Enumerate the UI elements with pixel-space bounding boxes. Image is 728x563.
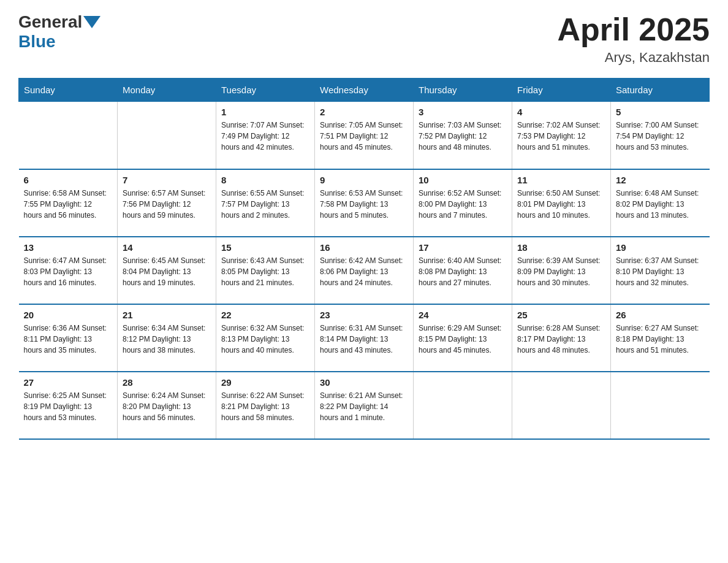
- day-info: Sunrise: 6:58 AM Sunset: 7:55 PM Dayligh…: [24, 188, 113, 221]
- day-number: 11: [517, 175, 605, 185]
- day-number: 20: [24, 310, 113, 320]
- calendar-cell: 16Sunrise: 6:42 AM Sunset: 8:06 PM Dayli…: [315, 237, 414, 304]
- day-number: 16: [320, 242, 408, 253]
- day-info: Sunrise: 6:25 AM Sunset: 8:19 PM Dayligh…: [24, 390, 113, 423]
- day-number: 22: [221, 310, 309, 320]
- calendar-cell: 23Sunrise: 6:31 AM Sunset: 8:14 PM Dayli…: [315, 304, 414, 372]
- weekday-header-tuesday: Tuesday: [216, 79, 315, 102]
- logo-blue-text: Blue: [18, 32, 56, 51]
- day-number: 25: [517, 310, 605, 320]
- day-info: Sunrise: 6:42 AM Sunset: 8:06 PM Dayligh…: [320, 255, 408, 288]
- weekday-header-friday: Friday: [512, 79, 611, 102]
- calendar-cell: 12Sunrise: 6:48 AM Sunset: 8:02 PM Dayli…: [611, 169, 710, 237]
- calendar-week-row: 27Sunrise: 6:25 AM Sunset: 8:19 PM Dayli…: [19, 372, 710, 439]
- day-number: 5: [616, 107, 705, 117]
- calendar-week-row: 6Sunrise: 6:58 AM Sunset: 7:55 PM Daylig…: [19, 169, 710, 237]
- calendar-header: SundayMondayTuesdayWednesdayThursdayFrid…: [19, 79, 710, 102]
- calendar-cell: 7Sunrise: 6:57 AM Sunset: 7:56 PM Daylig…: [118, 169, 216, 237]
- day-number: 15: [221, 242, 309, 253]
- day-number: 12: [616, 175, 705, 185]
- day-number: 21: [123, 310, 211, 320]
- weekday-header-monday: Monday: [118, 79, 216, 102]
- day-number: 26: [616, 310, 705, 320]
- calendar-cell: 21Sunrise: 6:34 AM Sunset: 8:12 PM Dayli…: [118, 304, 216, 372]
- calendar-cell: 25Sunrise: 6:28 AM Sunset: 8:17 PM Dayli…: [512, 304, 611, 372]
- calendar-cell: 22Sunrise: 6:32 AM Sunset: 8:13 PM Dayli…: [216, 304, 315, 372]
- calendar-cell: 20Sunrise: 6:36 AM Sunset: 8:11 PM Dayli…: [19, 304, 118, 372]
- day-number: 14: [123, 242, 211, 253]
- calendar-table: SundayMondayTuesdayWednesdayThursdayFrid…: [18, 78, 710, 440]
- calendar-cell: 27Sunrise: 6:25 AM Sunset: 8:19 PM Dayli…: [19, 372, 118, 439]
- calendar-week-row: 20Sunrise: 6:36 AM Sunset: 8:11 PM Dayli…: [19, 304, 710, 372]
- calendar-body: 1Sunrise: 7:07 AM Sunset: 7:49 PM Daylig…: [19, 102, 710, 439]
- day-number: 3: [419, 107, 507, 117]
- page-header: General Blue April 2025 Arys, Kazakhstan: [18, 12, 710, 66]
- calendar-cell: 28Sunrise: 6:24 AM Sunset: 8:20 PM Dayli…: [118, 372, 216, 439]
- calendar-cell: 4Sunrise: 7:02 AM Sunset: 7:53 PM Daylig…: [512, 102, 611, 169]
- calendar-cell: 29Sunrise: 6:22 AM Sunset: 8:21 PM Dayli…: [216, 372, 315, 439]
- day-number: 18: [517, 242, 605, 253]
- day-info: Sunrise: 7:05 AM Sunset: 7:51 PM Dayligh…: [320, 120, 408, 153]
- day-number: 27: [24, 377, 113, 388]
- calendar-cell: 13Sunrise: 6:47 AM Sunset: 8:03 PM Dayli…: [19, 237, 118, 304]
- calendar-cell: 30Sunrise: 6:21 AM Sunset: 8:22 PM Dayli…: [315, 372, 414, 439]
- day-number: 24: [419, 310, 507, 320]
- calendar-cell: 10Sunrise: 6:52 AM Sunset: 8:00 PM Dayli…: [414, 169, 512, 237]
- calendar-cell: 3Sunrise: 7:03 AM Sunset: 7:52 PM Daylig…: [414, 102, 512, 169]
- day-info: Sunrise: 6:57 AM Sunset: 7:56 PM Dayligh…: [123, 188, 211, 221]
- day-number: 7: [123, 175, 211, 185]
- calendar-cell: 19Sunrise: 6:37 AM Sunset: 8:10 PM Dayli…: [611, 237, 710, 304]
- day-number: 30: [320, 377, 408, 388]
- day-number: 8: [221, 175, 309, 185]
- calendar-cell: [611, 372, 710, 439]
- day-number: 9: [320, 175, 408, 185]
- day-info: Sunrise: 7:03 AM Sunset: 7:52 PM Dayligh…: [419, 120, 507, 153]
- day-number: 13: [24, 242, 113, 253]
- day-info: Sunrise: 6:53 AM Sunset: 7:58 PM Dayligh…: [320, 188, 408, 221]
- calendar-cell: 14Sunrise: 6:45 AM Sunset: 8:04 PM Dayli…: [118, 237, 216, 304]
- day-info: Sunrise: 6:28 AM Sunset: 8:17 PM Dayligh…: [517, 323, 605, 356]
- weekday-header-saturday: Saturday: [611, 79, 710, 102]
- calendar-cell: 9Sunrise: 6:53 AM Sunset: 7:58 PM Daylig…: [315, 169, 414, 237]
- day-info: Sunrise: 6:32 AM Sunset: 8:13 PM Dayligh…: [221, 323, 309, 356]
- calendar-cell: 2Sunrise: 7:05 AM Sunset: 7:51 PM Daylig…: [315, 102, 414, 169]
- calendar-cell: [19, 102, 118, 169]
- calendar-cell: 17Sunrise: 6:40 AM Sunset: 8:08 PM Dayli…: [414, 237, 512, 304]
- calendar-cell: 6Sunrise: 6:58 AM Sunset: 7:55 PM Daylig…: [19, 169, 118, 237]
- day-info: Sunrise: 7:02 AM Sunset: 7:53 PM Dayligh…: [517, 120, 605, 153]
- day-number: 1: [221, 107, 309, 117]
- day-info: Sunrise: 6:50 AM Sunset: 8:01 PM Dayligh…: [517, 188, 605, 221]
- day-info: Sunrise: 6:31 AM Sunset: 8:14 PM Dayligh…: [320, 323, 408, 356]
- calendar-cell: 8Sunrise: 6:55 AM Sunset: 7:57 PM Daylig…: [216, 169, 315, 237]
- weekday-header-thursday: Thursday: [414, 79, 512, 102]
- day-number: 19: [616, 242, 705, 253]
- calendar-cell: [118, 102, 216, 169]
- month-title: April 2025: [557, 12, 710, 47]
- day-number: 6: [24, 175, 113, 185]
- day-info: Sunrise: 6:24 AM Sunset: 8:20 PM Dayligh…: [123, 390, 211, 423]
- day-info: Sunrise: 6:39 AM Sunset: 8:09 PM Dayligh…: [517, 255, 605, 288]
- day-info: Sunrise: 6:29 AM Sunset: 8:15 PM Dayligh…: [419, 323, 507, 356]
- day-info: Sunrise: 6:45 AM Sunset: 8:04 PM Dayligh…: [123, 255, 211, 288]
- day-number: 23: [320, 310, 408, 320]
- weekday-header-sunday: Sunday: [19, 79, 118, 102]
- weekday-header-wednesday: Wednesday: [315, 79, 414, 102]
- day-info: Sunrise: 6:37 AM Sunset: 8:10 PM Dayligh…: [616, 255, 705, 288]
- day-info: Sunrise: 6:22 AM Sunset: 8:21 PM Dayligh…: [221, 390, 309, 423]
- day-info: Sunrise: 6:43 AM Sunset: 8:05 PM Dayligh…: [221, 255, 309, 288]
- title-section: April 2025 Arys, Kazakhstan: [557, 12, 710, 66]
- calendar-cell: [512, 372, 611, 439]
- day-number: 17: [419, 242, 507, 253]
- day-number: 10: [419, 175, 507, 185]
- calendar-cell: [414, 372, 512, 439]
- day-info: Sunrise: 6:36 AM Sunset: 8:11 PM Dayligh…: [24, 323, 113, 356]
- day-number: 4: [517, 107, 605, 117]
- weekday-header-row: SundayMondayTuesdayWednesdayThursdayFrid…: [19, 79, 710, 102]
- day-info: Sunrise: 7:00 AM Sunset: 7:54 PM Dayligh…: [616, 120, 705, 153]
- location-label: Arys, Kazakhstan: [557, 50, 710, 66]
- day-info: Sunrise: 6:48 AM Sunset: 8:02 PM Dayligh…: [616, 188, 705, 221]
- calendar-cell: 5Sunrise: 7:00 AM Sunset: 7:54 PM Daylig…: [611, 102, 710, 169]
- logo-general-text: General: [18, 12, 82, 32]
- day-info: Sunrise: 6:27 AM Sunset: 8:18 PM Dayligh…: [616, 323, 705, 356]
- calendar-cell: 1Sunrise: 7:07 AM Sunset: 7:49 PM Daylig…: [216, 102, 315, 169]
